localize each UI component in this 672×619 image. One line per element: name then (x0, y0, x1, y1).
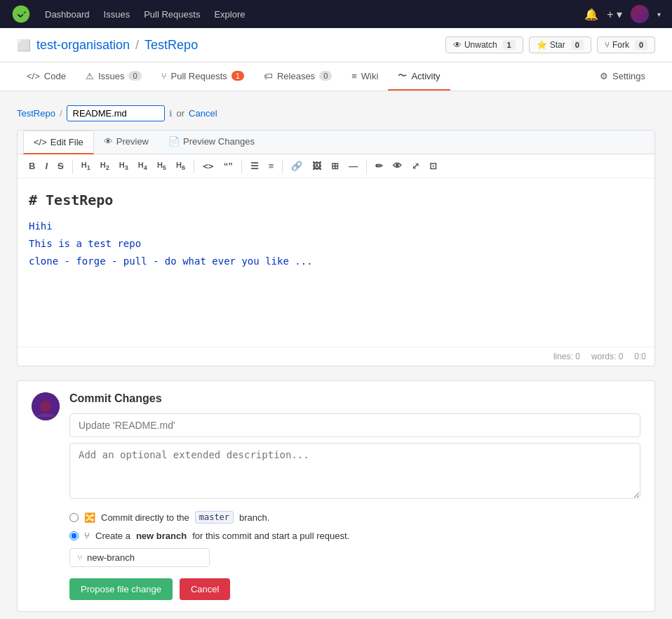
toolbar-table-btn[interactable]: ⊞ (327, 159, 343, 173)
breadcrumb-repo-link[interactable]: TestRepo (17, 108, 55, 119)
toolbar-edit-mode-btn[interactable]: ✏ (371, 159, 387, 173)
commit-summary-input[interactable] (69, 413, 640, 437)
edit-file-tab-label: Edit File (51, 137, 83, 147)
repo-name-link[interactable]: TestRepo (145, 38, 198, 53)
toolbar-h5-btn[interactable]: H5 (153, 159, 170, 173)
wiki-tab-label: Wiki (361, 71, 379, 81)
star-button[interactable]: ⭐ Star 0 (529, 36, 591, 53)
nav-dashboard[interactable]: Dashboard (45, 9, 90, 20)
fork-count: 0 (635, 40, 647, 50)
toolbar-h1-btn[interactable]: H1 (77, 159, 95, 173)
filename-input[interactable] (67, 105, 165, 121)
toolbar-h2-btn[interactable]: H2 (96, 159, 114, 173)
pr-tab-label: Pull Requests (171, 71, 227, 81)
editor-tab-preview-changes[interactable]: 📄 Preview Changes (159, 131, 264, 154)
toolbar-bold-btn[interactable]: B (25, 159, 39, 173)
editor-line1: Hihi (29, 219, 643, 234)
branch-input-wrapper: ⑂ (69, 548, 210, 567)
commit-avatar (32, 392, 60, 420)
editor-content-area[interactable]: # TestRepo Hihi This is a test repo clon… (18, 178, 654, 347)
editor-toolbar: B I S H1 H2 H3 H4 H5 H6 <> “” ☰ ≡ 🔗 🖼 ⊞ … (18, 154, 654, 178)
star-count: 0 (571, 40, 584, 50)
org-link[interactable]: test-organisation (36, 38, 130, 53)
toolbar-italic-btn[interactable]: I (41, 159, 52, 173)
notifications-icon[interactable]: 🔔 (584, 8, 598, 21)
create-plus-icon[interactable]: + ▾ (607, 8, 622, 21)
edit-file-tab-icon: </> (34, 137, 47, 147)
settings-tab-icon: ⚙ (600, 71, 608, 81)
toolbar-quote-btn[interactable]: “” (220, 159, 237, 173)
settings-tab-label: Settings (612, 71, 645, 81)
user-menu-chevron[interactable]: ▾ (657, 11, 661, 18)
editor-heading: # TestRepo (29, 189, 643, 211)
commit-new-branch-option[interactable]: ⑂ Create a new branch for this commit an… (69, 531, 640, 541)
tab-wiki[interactable]: ≡ Wiki (342, 62, 388, 91)
site-logo[interactable] (11, 4, 31, 24)
toolbar-image-btn[interactable]: 🖼 (308, 159, 325, 173)
toolbar-h4-btn[interactable]: H4 (134, 159, 152, 173)
toolbar-hr-btn[interactable]: — (344, 159, 362, 173)
repo-icon: ⬜ (17, 39, 31, 52)
commit-direct-text: Commit directly to the (101, 512, 189, 523)
branch-name-input[interactable] (87, 552, 202, 563)
wiki-tab-icon: ≡ (351, 71, 357, 81)
toolbar-fullscreen-btn[interactable]: ⤢ (408, 159, 424, 173)
repo-header: ⬜ test-organisation / TestRepo 👁 Unwatch… (0, 28, 672, 62)
toolbar-h6-btn[interactable]: H6 (172, 159, 189, 173)
breadcrumb-separator: / (60, 108, 62, 119)
main-content: TestRepo / ℹ or Cancel </> Edit File 👁 P… (0, 91, 672, 619)
releases-tab-icon: 🏷 (264, 71, 273, 81)
title-separator: / (135, 38, 139, 53)
toolbar-sep-3 (241, 159, 242, 173)
star-icon: ⭐ (537, 40, 547, 50)
nav-pull-requests[interactable]: Pull Requests (144, 9, 200, 20)
fork-button[interactable]: ⑂ Fork 0 (597, 36, 655, 53)
commit-description-input[interactable] (69, 443, 640, 499)
commit-direct-radio[interactable] (69, 513, 79, 522)
toolbar-sep-1 (72, 159, 73, 173)
breadcrumb-cancel-link[interactable]: Cancel (189, 108, 217, 119)
tab-issues[interactable]: ⚠ Issues 0 (76, 62, 152, 91)
toolbar-code-btn[interactable]: <> (199, 159, 218, 173)
preview-changes-tab-label: Preview Changes (183, 136, 255, 147)
tab-releases[interactable]: 🏷 Releases 0 (254, 62, 342, 91)
commit-new-branch-radio[interactable] (69, 531, 79, 540)
toolbar-link-btn[interactable]: 🔗 (287, 159, 307, 173)
unwatch-count: 1 (503, 40, 516, 50)
commit-cancel-button[interactable]: Cancel (180, 578, 230, 600)
tab-settings[interactable]: ⚙ Settings (590, 62, 655, 91)
commit-direct-option[interactable]: 🔀 Commit directly to the master branch. (69, 511, 640, 524)
tab-pull-requests[interactable]: ⑂ Pull Requests 1 (152, 62, 254, 91)
toolbar-unordered-list-btn[interactable]: ☰ (246, 159, 263, 173)
top-navigation: Dashboard Issues Pull Requests Explore 🔔… (0, 0, 672, 28)
toolbar-h3-btn[interactable]: H3 (115, 159, 133, 173)
issues-tab-label: Issues (98, 71, 125, 81)
commit-form: Commit Changes 🔀 Commit directly to the … (69, 392, 640, 600)
code-tab-icon: </> (27, 71, 40, 81)
nav-explore[interactable]: Explore (214, 9, 245, 20)
toolbar-strikethrough-btn[interactable]: S (53, 159, 68, 173)
commit-new-branch-bold: new branch (136, 531, 187, 541)
propose-file-change-button[interactable]: Propose file change (69, 578, 173, 600)
editor-tab-edit-file[interactable]: </> Edit File (23, 131, 94, 154)
editor-tab-preview[interactable]: 👁 Preview (94, 131, 159, 154)
nav-issues[interactable]: Issues (104, 9, 130, 20)
editor-tabs: </> Edit File 👁 Preview 📄 Preview Change… (18, 131, 654, 154)
unwatch-button[interactable]: 👁 Unwatch 1 (445, 36, 523, 53)
info-icon: ℹ (169, 109, 173, 119)
commit-section-title: Commit Changes (69, 392, 640, 405)
new-branch-icon: ⑂ (84, 531, 90, 541)
code-tab-label: Code (44, 71, 66, 81)
editor-lines-count: lines: 0 (553, 352, 580, 361)
user-avatar[interactable] (631, 5, 649, 23)
unwatch-label: Unwatch (464, 40, 497, 50)
tab-activity[interactable]: 〜 Activity (388, 62, 450, 91)
toolbar-preview-mode-btn[interactable]: 👁 (389, 159, 406, 173)
master-branch-badge: master (195, 511, 234, 524)
tab-code[interactable]: </> Code (17, 62, 76, 91)
toolbar-split-btn[interactable]: ⊡ (425, 159, 441, 173)
editor-status-bar: lines: 0 words: 0 0:0 (18, 347, 654, 366)
toolbar-sep-5 (366, 159, 367, 173)
editor-container: </> Edit File 👁 Preview 📄 Preview Change… (17, 130, 655, 366)
toolbar-ordered-list-btn[interactable]: ≡ (264, 159, 278, 173)
